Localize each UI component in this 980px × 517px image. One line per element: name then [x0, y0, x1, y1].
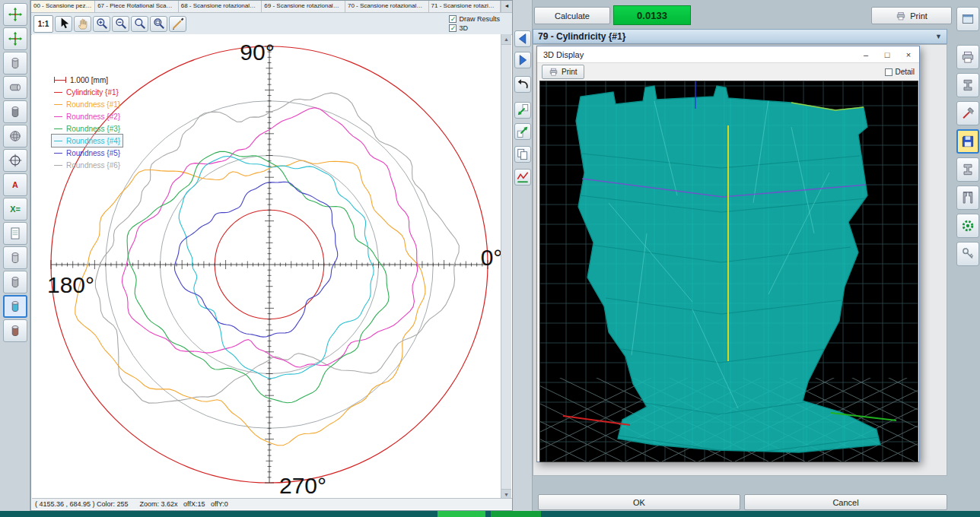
caliper-measure-icon[interactable]	[956, 186, 979, 210]
dialog-toolbar: Print Detail	[537, 63, 919, 81]
checkbox-draw-results[interactable]: ✓Draw Results	[449, 14, 500, 24]
measure-pencil-tool[interactable]	[169, 16, 186, 32]
cylinder-dark-icon[interactable]	[3, 100, 27, 123]
checkbox-box: ✓	[449, 24, 457, 32]
sphere-feature-icon[interactable]	[3, 125, 27, 147]
cylinder-feature-icon[interactable]	[3, 52, 27, 75]
copy-button[interactable]	[514, 146, 531, 163]
coordinate-x-icon[interactable]: X=	[3, 198, 27, 220]
cancel-button[interactable]: Cancel	[744, 494, 947, 510]
feature-header-label: 79 - Cylindricity {#1}	[538, 31, 625, 42]
cylinder-medium-icon[interactable]	[3, 271, 27, 293]
checkbox-box: ✓	[449, 15, 457, 23]
navigate-back-button[interactable]	[514, 30, 531, 47]
results-chart-button[interactable]	[514, 169, 531, 186]
polar-plot-window: 00 - Scansione pezzo 167 - Piece Rotatio…	[30, 0, 513, 511]
plot-toolbar: 1:1 ✓Draw Results✓3D	[31, 13, 512, 35]
tab-scan-2[interactable]: 68 - Scansione rotazionale {#2}	[179, 1, 262, 12]
label-a-icon[interactable]: A	[3, 173, 27, 196]
legend-swatch	[54, 141, 62, 141]
tab-scan-5[interactable]: 71 - Scansione rotazionale	[429, 1, 501, 12]
legend-item-0[interactable]: Cylindricity {#1}	[52, 86, 123, 98]
save-program-icon[interactable]	[956, 129, 979, 154]
zoom-out-tool[interactable]	[112, 16, 129, 32]
zoom-window-tool[interactable]	[150, 16, 167, 32]
fixture-clamp-icon[interactable]	[956, 73, 979, 97]
legend-swatch	[54, 128, 62, 129]
svg-text:90°: 90°	[240, 40, 274, 65]
legend-swatch	[54, 165, 62, 166]
tools-setup-icon[interactable]	[956, 101, 979, 125]
legend-item-6[interactable]: Roundness {#6}	[52, 159, 123, 171]
navigate-forward-button[interactable]	[514, 52, 531, 68]
report-document-icon[interactable]	[3, 222, 27, 245]
legend-item-4[interactable]: Roundness {#4}	[52, 135, 123, 147]
ok-button[interactable]: OK	[538, 494, 740, 510]
legend-item-1[interactable]: Roundness {#1}	[52, 98, 123, 110]
undo-button[interactable]	[514, 76, 531, 93]
checkbox-3d[interactable]: ✓3D	[449, 24, 500, 33]
cylinder-red-icon[interactable]	[3, 319, 27, 342]
chevron-down-icon: ▼	[935, 33, 942, 40]
rotary-table-icon[interactable]	[956, 214, 979, 238]
legend-item-2[interactable]: Roundness {#2}	[52, 110, 123, 122]
legend-swatch	[54, 116, 62, 117]
legend-swatch	[54, 104, 62, 105]
dialog-print-button[interactable]: Print	[542, 65, 584, 79]
minimize-button[interactable]: –	[855, 47, 877, 62]
tab-scan-0[interactable]: 00 - Scansione pezzo 1	[31, 1, 95, 12]
datum-axis-icon-1[interactable]	[3, 3, 27, 26]
zoom-tool[interactable]	[131, 16, 148, 32]
target-probe-icon[interactable]	[3, 149, 27, 172]
plot-legend: 1.000 [mm]Cylindricity {#1}Roundness {#1…	[52, 74, 123, 171]
svg-text:A: A	[12, 180, 18, 189]
detail-checkbox[interactable]: Detail	[885, 68, 915, 76]
clamp-part-icon[interactable]	[956, 157, 979, 182]
os-taskbar[interactable]	[0, 511, 980, 517]
printer-icon	[549, 67, 558, 77]
navigation-toolbar	[513, 0, 533, 511]
legend-item-3[interactable]: Roundness {#3}	[52, 122, 123, 135]
print-button-label: Print	[910, 11, 928, 21]
tab-scan-4[interactable]: 70 - Scansione rotazionale {#4}	[345, 1, 429, 12]
cylinder-horizontal-icon[interactable]	[3, 76, 27, 99]
pan-hand-tool[interactable]	[74, 16, 91, 32]
zoom-1to1-button[interactable]: 1:1	[33, 15, 53, 33]
print-button[interactable]: Print	[871, 7, 952, 24]
metrology-application-window: AX= 00 - Scansione pezzo 167 - Piece Rot…	[0, 0, 980, 517]
plot-scrollbar[interactable]: ▲ ▼	[501, 34, 511, 500]
svg-text:180°: 180°	[47, 272, 94, 297]
cylinder-scan-selected-icon[interactable]	[3, 295, 27, 318]
window-layout-icon[interactable]	[956, 7, 979, 31]
feature-header-dropdown[interactable]: 79 - Cylindricity {#1} ▼	[533, 29, 947, 44]
plot-options: ✓Draw Results✓3D	[449, 14, 500, 33]
3d-viewport[interactable]	[539, 81, 918, 462]
maximize-button[interactable]: □	[877, 47, 898, 62]
print-report-icon[interactable]	[956, 45, 979, 69]
calculate-button[interactable]: Calculate	[534, 7, 610, 24]
tab-scan-1[interactable]: 67 - Piece Rotational Scan {#1}	[95, 1, 179, 12]
datum-axis-icon-2[interactable]	[3, 27, 27, 50]
3d-cylindricity-model	[540, 81, 918, 461]
dialog-title-bar[interactable]: 3D Display – □ ×	[537, 46, 919, 63]
machine-toolbar	[956, 0, 980, 511]
taskbar-segment-1[interactable]	[491, 511, 541, 517]
taskbar-segment-0[interactable]	[438, 511, 485, 517]
svg-text:X=: X=	[10, 205, 21, 214]
pointer-tool[interactable]	[55, 16, 72, 32]
scroll-up-icon[interactable]: ▲	[501, 34, 511, 45]
access-keys-icon[interactable]	[956, 242, 979, 266]
zoom-in-tool[interactable]	[93, 16, 110, 32]
tab-scan-3[interactable]: 69 - Scansione rotazionale {#3}	[262, 1, 345, 12]
import-results-button[interactable]	[514, 123, 531, 140]
tab-scroll-left-button[interactable]: ◄	[501, 1, 512, 12]
result-value-display: 0.0133	[613, 5, 691, 25]
svg-text:270°: 270°	[279, 473, 326, 498]
checkbox-label: 3D	[459, 24, 468, 33]
legend-item-5[interactable]: Roundness {#5}	[52, 147, 123, 159]
close-button[interactable]: ×	[898, 47, 919, 62]
cylinder-light-icon[interactable]	[3, 246, 27, 269]
polar-plot-area[interactable]: 90°0°180°270° 1.000 [mm]Cylindricity {#1…	[32, 34, 502, 500]
legend-scale: 1.000 [mm]	[52, 74, 123, 86]
export-results-button[interactable]	[514, 102, 531, 119]
